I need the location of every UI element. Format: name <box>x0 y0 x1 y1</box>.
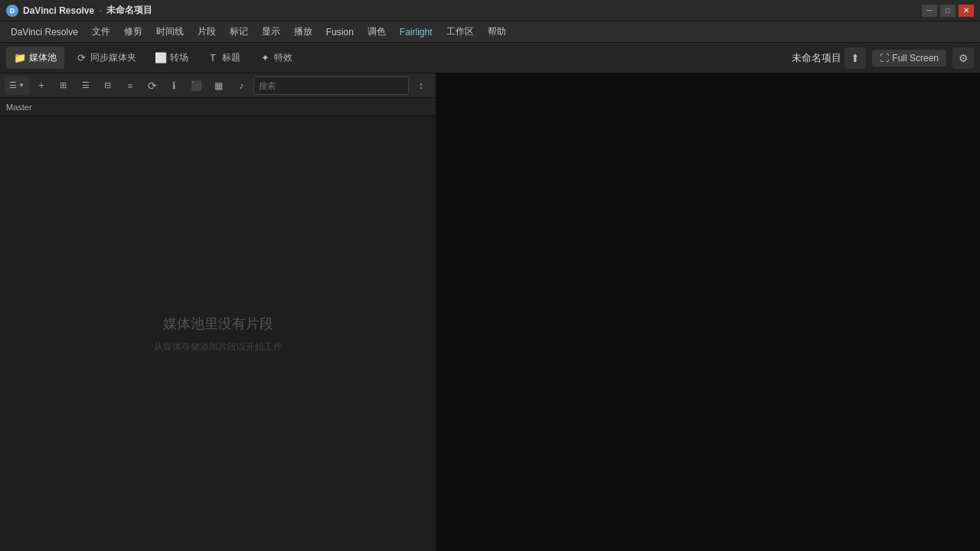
menu-fusion[interactable]: Fusion <box>320 24 360 41</box>
view-dropdown-icon: ☰ <box>9 80 17 90</box>
close-button[interactable]: ✕ <box>959 5 974 17</box>
menu-edit[interactable]: 修剪 <box>118 22 149 41</box>
menu-file[interactable]: 文件 <box>86 22 116 41</box>
chevron-down-icon: ▼ <box>18 82 24 89</box>
tab-sync[interactable]: ⟳ 同步媒体夹 <box>67 47 144 69</box>
toolbar-right: ⬆ ⛶ Full Screen ⚙ <box>844 47 974 69</box>
left-panel: ☰ ▼ + ⊞ ☰ ⊟ ≡ ⟳ ℹ ⬛ ▦ ♪ ↕ Master 媒体池里没有片… <box>0 73 436 551</box>
title-tab-icon: T <box>207 52 219 64</box>
grid-view-button[interactable]: ⊞ <box>54 77 74 95</box>
minimize-button[interactable]: ─ <box>922 5 937 17</box>
titlebar: D DaVinci Resolve - 未命名项目 ─ □ ✕ <box>0 0 980 21</box>
group-button[interactable]: ⬛ <box>187 77 207 95</box>
fullscreen-icon: ⛶ <box>880 53 889 64</box>
project-title: 未命名项目 <box>792 51 841 65</box>
menu-fairlight[interactable]: Fairlight <box>394 24 439 41</box>
add-media-button[interactable]: + <box>31 77 51 95</box>
menu-clip[interactable]: 片段 <box>191 22 222 41</box>
media-toolbar: ☰ ▼ + ⊞ ☰ ⊟ ≡ ⟳ ℹ ⬛ ▦ ♪ ↕ <box>0 73 436 98</box>
tab-media[interactable]: 📁 媒体池 <box>6 47 64 69</box>
sync-tab-icon: ⟳ <box>75 52 87 64</box>
table-view-button[interactable]: ▦ <box>209 77 229 95</box>
media-pool-content: 媒体池里没有片段 从媒体存储添加片段以开始工作 <box>0 116 436 551</box>
master-text: Master <box>6 103 32 112</box>
fullscreen-label: Full Screen <box>892 53 939 64</box>
title-tab-label: 标题 <box>222 51 240 64</box>
empty-pool-subtitle: 从媒体存储添加片段以开始工作 <box>154 341 283 354</box>
list-view-button[interactable]: ☰ <box>76 77 96 95</box>
tab-fx[interactable]: ✦ 特效 <box>251 47 300 69</box>
refresh-button[interactable]: ⟳ <box>142 77 162 95</box>
viewer <box>436 73 980 551</box>
fx-tab-label: 特效 <box>274 51 292 64</box>
detail-view-button[interactable]: ≡ <box>120 77 140 95</box>
menu-view[interactable]: 显示 <box>256 22 286 41</box>
menu-workspace[interactable]: 工作区 <box>440 22 480 41</box>
app-name: DaVinci Resolve <box>23 5 94 16</box>
fullscreen-button[interactable]: ⛶ Full Screen <box>872 50 946 67</box>
sync-tab-label: 同步媒体夹 <box>90 51 136 64</box>
menu-help[interactable]: 帮助 <box>482 22 512 41</box>
maximize-button[interactable]: □ <box>940 5 956 17</box>
audio-button[interactable]: ♪ <box>231 77 251 95</box>
menu-playback[interactable]: 播放 <box>288 22 318 41</box>
search-input[interactable] <box>253 77 409 95</box>
fx-tab-icon: ✦ <box>259 52 271 64</box>
tab-title[interactable]: T 标题 <box>199 47 248 69</box>
tab-transition[interactable]: ⬜ 转场 <box>147 47 196 69</box>
menubar: DaVinci Resolve 文件 修剪 时间线 片段 标记 显示 播放 Fu… <box>0 21 980 43</box>
quick-export-icon-btn[interactable]: ⬆ <box>844 47 866 69</box>
menu-davinci[interactable]: DaVinci Resolve <box>5 24 84 41</box>
menu-mark[interactable]: 标记 <box>224 22 254 41</box>
toolbar: 📁 媒体池 ⟳ 同步媒体夹 ⬜ 转场 T 标题 ✦ 特效 未命名项目 ⬆ ⛶ F… <box>0 43 980 73</box>
menu-timeline[interactable]: 时间线 <box>150 22 190 41</box>
project-name-title: 未命名项目 <box>106 4 152 17</box>
transition-tab-label: 转场 <box>170 51 188 64</box>
empty-pool-title: 媒体池里没有片段 <box>163 315 273 333</box>
app-logo-icon: D <box>6 5 18 17</box>
menu-color[interactable]: 调色 <box>361 22 392 41</box>
view-dropdown[interactable]: ☰ ▼ <box>5 77 29 95</box>
main-area: ☰ ▼ + ⊞ ☰ ⊟ ≡ ⟳ ℹ ⬛ ▦ ♪ ↕ Master 媒体池里没有片… <box>0 73 980 551</box>
master-label: Master <box>0 98 436 116</box>
app-logo-area: D DaVinci Resolve - 未命名项目 <box>6 4 152 17</box>
thumbnail-view-button[interactable]: ⊟ <box>98 77 118 95</box>
right-panel <box>436 73 980 551</box>
transition-tab-icon: ⬜ <box>155 52 167 64</box>
window-controls: ─ □ ✕ <box>922 5 974 17</box>
title-separator: - <box>99 5 102 16</box>
media-tab-icon: 📁 <box>14 52 26 64</box>
info-button[interactable]: ℹ <box>165 77 185 95</box>
sort-button[interactable]: ↕ <box>411 77 431 95</box>
media-tab-label: 媒体池 <box>29 51 57 64</box>
settings-icon-btn[interactable]: ⚙ <box>952 47 974 69</box>
